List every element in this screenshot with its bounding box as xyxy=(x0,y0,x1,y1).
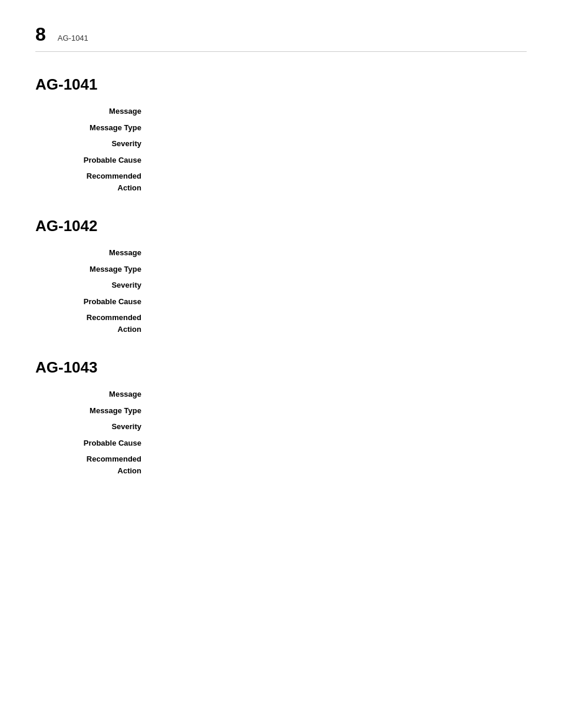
severity-1042-value xyxy=(153,279,527,291)
message-1041-value xyxy=(153,106,527,117)
message-type-1041-row: Message Type xyxy=(35,122,527,134)
entry-ag-1041-title: AG-1041 xyxy=(35,75,527,94)
severity-1041-value xyxy=(153,138,527,150)
entry-ag-1041: AG-1041MessageMessage TypeSeverityProbab… xyxy=(35,75,527,193)
page-number: 8 xyxy=(35,24,46,45)
message-type-1042-value xyxy=(153,263,527,275)
message-type-1043-label: Message Type xyxy=(35,405,153,417)
severity-1043-row: Severity xyxy=(35,421,527,433)
recommended-action-1043-row: Recommended Action xyxy=(35,453,527,476)
recommended-action-1043-label: Recommended Action xyxy=(35,453,153,476)
probable-cause-1041-row: Probable Cause xyxy=(35,154,527,166)
entry-ag-1043: AG-1043MessageMessage TypeSeverityProbab… xyxy=(35,358,527,476)
message-type-1043-row: Message Type xyxy=(35,405,527,417)
recommended-action-1042-value xyxy=(153,312,527,335)
message-type-1041-label: Message Type xyxy=(35,122,153,134)
page-header: 8 AG-1041 xyxy=(35,24,527,52)
message-1042-label: Message xyxy=(35,247,153,259)
severity-1042-row: Severity xyxy=(35,279,527,291)
probable-cause-1043-label: Probable Cause xyxy=(35,437,153,449)
severity-1041-label: Severity xyxy=(35,138,153,150)
recommended-action-1042-row: Recommended Action xyxy=(35,312,527,335)
severity-1041-row: Severity xyxy=(35,138,527,150)
probable-cause-1041-value xyxy=(153,154,527,166)
message-type-1042-label: Message Type xyxy=(35,263,153,275)
entry-ag-1042-title: AG-1042 xyxy=(35,217,527,235)
recommended-action-1043-value xyxy=(153,453,527,476)
recommended-action-1041-label: Recommended Action xyxy=(35,170,153,193)
severity-1042-label: Severity xyxy=(35,279,153,291)
message-type-1041-value xyxy=(153,122,527,134)
message-1042-value xyxy=(153,247,527,259)
entry-ag-1042: AG-1042MessageMessage TypeSeverityProbab… xyxy=(35,217,527,335)
probable-cause-1042-row: Probable Cause xyxy=(35,296,527,308)
message-type-1042-row: Message Type xyxy=(35,263,527,275)
probable-cause-1043-value xyxy=(153,437,527,449)
message-1042-row: Message xyxy=(35,247,527,259)
recommended-action-1041-value xyxy=(153,170,527,193)
severity-1043-value xyxy=(153,421,527,433)
recommended-action-1041-row: Recommended Action xyxy=(35,170,527,193)
page-label: AG-1041 xyxy=(58,34,88,42)
message-type-1043-value xyxy=(153,405,527,417)
message-1041-label: Message xyxy=(35,106,153,117)
recommended-action-1042-label: Recommended Action xyxy=(35,312,153,335)
probable-cause-1043-row: Probable Cause xyxy=(35,437,527,449)
probable-cause-1042-label: Probable Cause xyxy=(35,296,153,308)
message-1043-label: Message xyxy=(35,388,153,400)
severity-1043-label: Severity xyxy=(35,421,153,433)
message-1043-value xyxy=(153,388,527,400)
message-1041-row: Message xyxy=(35,106,527,117)
entry-ag-1043-title: AG-1043 xyxy=(35,358,527,377)
probable-cause-1042-value xyxy=(153,296,527,308)
entries-container: AG-1041MessageMessage TypeSeverityProbab… xyxy=(35,75,527,476)
probable-cause-1041-label: Probable Cause xyxy=(35,154,153,166)
message-1043-row: Message xyxy=(35,388,527,400)
